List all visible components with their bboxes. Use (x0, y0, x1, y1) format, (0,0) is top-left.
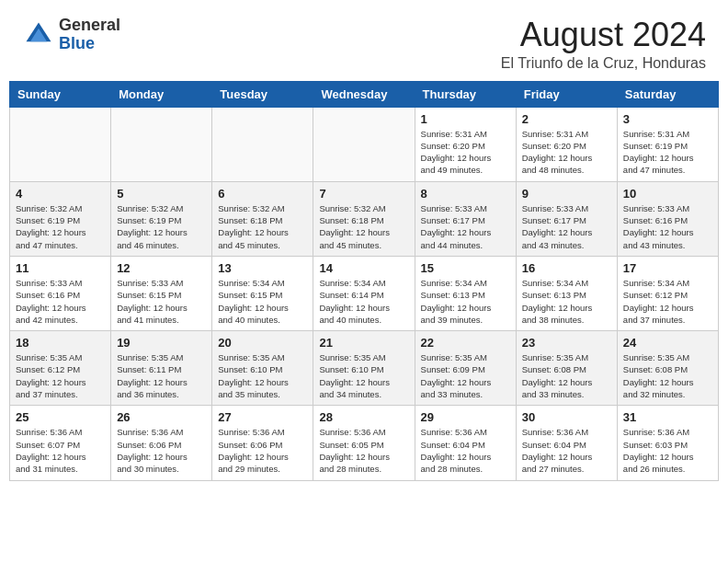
day-cell: 30Sunrise: 5:36 AM Sunset: 6:04 PM Dayli… (516, 406, 617, 480)
day-info: Sunrise: 5:34 AM Sunset: 6:13 PM Dayligh… (421, 277, 510, 326)
day-info: Sunrise: 5:36 AM Sunset: 6:03 PM Dayligh… (623, 426, 712, 475)
day-info: Sunrise: 5:34 AM Sunset: 6:13 PM Dayligh… (522, 277, 611, 326)
day-info: Sunrise: 5:33 AM Sunset: 6:16 PM Dayligh… (623, 202, 712, 251)
day-info: Sunrise: 5:36 AM Sunset: 6:06 PM Dayligh… (117, 426, 206, 475)
logo-general: General (59, 17, 120, 35)
day-cell: 7Sunrise: 5:32 AM Sunset: 6:18 PM Daylig… (313, 181, 415, 256)
day-info: Sunrise: 5:35 AM Sunset: 6:11 PM Dayligh… (117, 351, 206, 400)
week-row-3: 11Sunrise: 5:33 AM Sunset: 6:16 PM Dayli… (10, 256, 719, 330)
day-number: 4 (16, 187, 105, 201)
day-number: 21 (319, 336, 408, 350)
day-info: Sunrise: 5:34 AM Sunset: 6:14 PM Dayligh… (319, 277, 408, 326)
day-info: Sunrise: 5:31 AM Sunset: 6:19 PM Dayligh… (623, 128, 712, 177)
day-info: Sunrise: 5:32 AM Sunset: 6:18 PM Dayligh… (319, 202, 408, 251)
day-number: 27 (218, 410, 307, 424)
day-info: Sunrise: 5:35 AM Sunset: 6:10 PM Dayligh… (218, 351, 307, 400)
day-number: 28 (319, 410, 408, 424)
col-header-saturday: Saturday (617, 81, 718, 107)
day-number: 30 (522, 410, 611, 424)
calendar-table: SundayMondayTuesdayWednesdayThursdayFrid… (9, 81, 719, 481)
day-number: 8 (421, 187, 510, 201)
day-info: Sunrise: 5:35 AM Sunset: 6:09 PM Dayligh… (421, 351, 510, 400)
day-info: Sunrise: 5:32 AM Sunset: 6:18 PM Dayligh… (218, 202, 307, 251)
day-cell: 17Sunrise: 5:34 AM Sunset: 6:12 PM Dayli… (617, 256, 718, 330)
col-header-wednesday: Wednesday (313, 81, 415, 107)
week-row-1: 1Sunrise: 5:31 AM Sunset: 6:20 PM Daylig… (10, 107, 719, 181)
day-cell (111, 107, 212, 181)
day-cell: 9Sunrise: 5:33 AM Sunset: 6:17 PM Daylig… (516, 181, 617, 256)
day-number: 16 (522, 261, 611, 275)
day-cell: 6Sunrise: 5:32 AM Sunset: 6:18 PM Daylig… (212, 181, 313, 256)
day-cell: 27Sunrise: 5:36 AM Sunset: 6:06 PM Dayli… (212, 406, 313, 480)
col-header-sunday: Sunday (10, 81, 111, 107)
logo-icon (22, 18, 55, 52)
day-info: Sunrise: 5:35 AM Sunset: 6:10 PM Dayligh… (319, 351, 408, 400)
day-cell: 2Sunrise: 5:31 AM Sunset: 6:20 PM Daylig… (516, 107, 617, 181)
day-cell: 11Sunrise: 5:33 AM Sunset: 6:16 PM Dayli… (10, 256, 111, 330)
calendar-wrapper: SundayMondayTuesdayWednesdayThursdayFrid… (0, 81, 728, 490)
day-number: 20 (218, 336, 307, 350)
day-info: Sunrise: 5:35 AM Sunset: 6:12 PM Dayligh… (16, 351, 105, 400)
day-number: 1 (421, 112, 510, 126)
day-cell (313, 107, 415, 181)
day-number: 18 (16, 336, 105, 350)
day-info: Sunrise: 5:31 AM Sunset: 6:20 PM Dayligh… (522, 128, 611, 177)
day-cell (10, 107, 111, 181)
day-info: Sunrise: 5:35 AM Sunset: 6:08 PM Dayligh… (522, 351, 611, 400)
day-cell: 8Sunrise: 5:33 AM Sunset: 6:17 PM Daylig… (415, 181, 516, 256)
location: El Triunfo de la Cruz, Honduras (501, 55, 706, 72)
day-number: 6 (218, 187, 307, 201)
day-info: Sunrise: 5:31 AM Sunset: 6:20 PM Dayligh… (421, 128, 510, 177)
day-number: 10 (623, 187, 712, 201)
header-row: SundayMondayTuesdayWednesdayThursdayFrid… (10, 81, 719, 107)
day-cell: 26Sunrise: 5:36 AM Sunset: 6:06 PM Dayli… (111, 406, 212, 480)
week-row-4: 18Sunrise: 5:35 AM Sunset: 6:12 PM Dayli… (10, 331, 719, 406)
day-number: 14 (319, 261, 408, 275)
day-number: 31 (623, 410, 712, 424)
day-number: 7 (319, 187, 408, 201)
day-number: 2 (522, 112, 611, 126)
header: General Blue August 2024 El Triunfo de l… (0, 0, 728, 81)
day-info: Sunrise: 5:36 AM Sunset: 6:05 PM Dayligh… (319, 426, 408, 475)
col-header-tuesday: Tuesday (212, 81, 313, 107)
day-number: 3 (623, 112, 712, 126)
col-header-friday: Friday (516, 81, 617, 107)
day-cell: 31Sunrise: 5:36 AM Sunset: 6:03 PM Dayli… (617, 406, 718, 480)
day-cell: 15Sunrise: 5:34 AM Sunset: 6:13 PM Dayli… (415, 256, 516, 330)
day-cell: 19Sunrise: 5:35 AM Sunset: 6:11 PM Dayli… (111, 331, 212, 406)
day-number: 15 (421, 261, 510, 275)
day-number: 22 (421, 336, 510, 350)
logo-blue: Blue (59, 35, 120, 53)
day-info: Sunrise: 5:33 AM Sunset: 6:17 PM Dayligh… (522, 202, 611, 251)
day-cell: 13Sunrise: 5:34 AM Sunset: 6:15 PM Dayli… (212, 256, 313, 330)
day-cell: 10Sunrise: 5:33 AM Sunset: 6:16 PM Dayli… (617, 181, 718, 256)
day-cell: 22Sunrise: 5:35 AM Sunset: 6:09 PM Dayli… (415, 331, 516, 406)
day-cell: 5Sunrise: 5:32 AM Sunset: 6:19 PM Daylig… (111, 181, 212, 256)
day-number: 9 (522, 187, 611, 201)
col-header-monday: Monday (111, 81, 212, 107)
day-info: Sunrise: 5:34 AM Sunset: 6:15 PM Dayligh… (218, 277, 307, 326)
day-cell: 29Sunrise: 5:36 AM Sunset: 6:04 PM Dayli… (415, 406, 516, 480)
day-info: Sunrise: 5:36 AM Sunset: 6:04 PM Dayligh… (522, 426, 611, 475)
day-cell: 28Sunrise: 5:36 AM Sunset: 6:05 PM Dayli… (313, 406, 415, 480)
day-info: Sunrise: 5:32 AM Sunset: 6:19 PM Dayligh… (117, 202, 206, 251)
day-cell: 12Sunrise: 5:33 AM Sunset: 6:15 PM Dayli… (111, 256, 212, 330)
day-number: 13 (218, 261, 307, 275)
day-number: 23 (522, 336, 611, 350)
day-number: 25 (16, 410, 105, 424)
day-cell: 16Sunrise: 5:34 AM Sunset: 6:13 PM Dayli… (516, 256, 617, 330)
day-cell: 21Sunrise: 5:35 AM Sunset: 6:10 PM Dayli… (313, 331, 415, 406)
day-cell: 24Sunrise: 5:35 AM Sunset: 6:08 PM Dayli… (617, 331, 718, 406)
day-info: Sunrise: 5:34 AM Sunset: 6:12 PM Dayligh… (623, 277, 712, 326)
day-number: 24 (623, 336, 712, 350)
day-info: Sunrise: 5:33 AM Sunset: 6:17 PM Dayligh… (421, 202, 510, 251)
day-cell: 1Sunrise: 5:31 AM Sunset: 6:20 PM Daylig… (415, 107, 516, 181)
month-year: August 2024 (501, 17, 706, 53)
day-info: Sunrise: 5:33 AM Sunset: 6:15 PM Dayligh… (117, 277, 206, 326)
day-info: Sunrise: 5:32 AM Sunset: 6:19 PM Dayligh… (16, 202, 105, 251)
day-cell: 3Sunrise: 5:31 AM Sunset: 6:19 PM Daylig… (617, 107, 718, 181)
day-info: Sunrise: 5:36 AM Sunset: 6:07 PM Dayligh… (16, 426, 105, 475)
day-info: Sunrise: 5:36 AM Sunset: 6:04 PM Dayligh… (421, 426, 510, 475)
day-cell: 23Sunrise: 5:35 AM Sunset: 6:08 PM Dayli… (516, 331, 617, 406)
logo: General Blue (22, 17, 120, 53)
